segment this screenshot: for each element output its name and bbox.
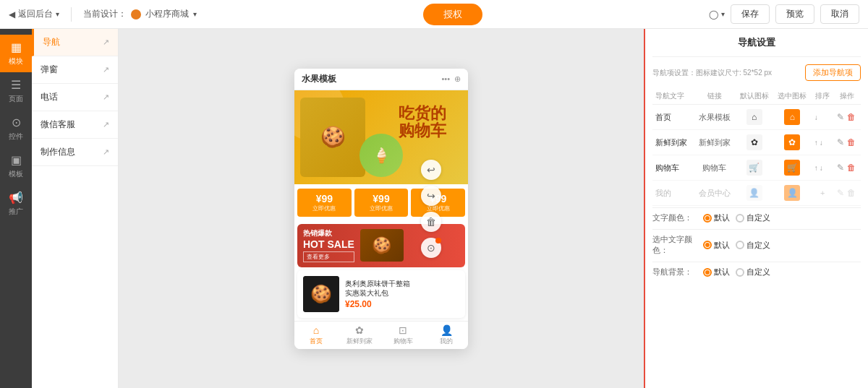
- save-button[interactable]: 保存: [731, 4, 770, 24]
- sidebar-item-pages[interactable]: ☰ 页面: [0, 72, 32, 110]
- badge-button[interactable]: ⊙: [421, 238, 441, 258]
- add-nav-button[interactable]: 添加导航项: [805, 64, 861, 81]
- icon-cell: ✿: [738, 134, 770, 150]
- delete-button[interactable]: 🗑: [847, 112, 856, 122]
- row3-selected-icon: 🛒: [773, 155, 812, 181]
- text-color-radio-group: 默认 自定义: [703, 212, 770, 223]
- component-item-nav[interactable]: 导航 ↗: [32, 29, 118, 56]
- selected-icon-box[interactable]: 🛒: [784, 160, 800, 176]
- templates-icon: ▣: [11, 153, 22, 167]
- sort-up[interactable]: ↑: [814, 164, 818, 172]
- right-panel: 导航设置 导航项设置：图标建议尺寸: 52*52 px 添加导航项 导航文字 链…: [644, 29, 868, 388]
- sidebar-item-modules[interactable]: ▦ 模块: [0, 35, 32, 72]
- sort-down[interactable]: ↓: [820, 164, 823, 172]
- selected-icon-box: 👤: [784, 185, 800, 201]
- controls-icon: ⊙: [12, 116, 21, 129]
- bg-color-default[interactable]: 默认: [703, 267, 730, 277]
- nav-mine[interactable]: 👤 我的: [425, 322, 468, 349]
- nav-fresh[interactable]: ✿ 新鲜到家: [338, 322, 381, 349]
- bg-color-row: 导航背景： 默认 自定义: [652, 262, 861, 282]
- icecream-emoji: 🍦: [373, 147, 391, 164]
- radio-dot-checked: [703, 268, 712, 277]
- edit-button[interactable]: ✎: [837, 137, 844, 147]
- delete-button[interactable]: 🗑: [847, 137, 856, 147]
- selected-color-custom[interactable]: 自定义: [736, 240, 770, 251]
- preview-button[interactable]: 预览: [775, 4, 814, 24]
- row2-link: 新鲜到家: [694, 130, 735, 155]
- icon-cell: ⌂: [776, 109, 809, 125]
- selected-icon-box[interactable]: ✿: [784, 134, 800, 150]
- row4-selected-icon: 👤: [773, 181, 812, 206]
- sort-up[interactable]: ↑: [814, 139, 818, 147]
- info-label: 制作信息: [41, 146, 75, 158]
- home-icon: ⌂: [313, 324, 319, 336]
- row2-text: 新鲜到家: [652, 130, 694, 155]
- coupon-1[interactable]: ¥99 立即优惠: [297, 189, 352, 217]
- nav-home[interactable]: ⌂ 首页: [294, 322, 338, 349]
- sale-label: HOT SALE: [303, 238, 354, 250]
- product-price: ¥25.00: [345, 299, 410, 309]
- default-icon-box[interactable]: ⌂: [746, 109, 762, 125]
- store-icon: [131, 9, 141, 20]
- nav-cart[interactable]: ⊡ 购物车: [381, 322, 425, 349]
- phone-title: 水果模板: [302, 73, 336, 85]
- help-button[interactable]: ◯ ▾: [709, 9, 725, 20]
- bg-color-custom[interactable]: 自定义: [736, 267, 770, 277]
- default-icon-box[interactable]: ✿: [746, 134, 762, 150]
- selected-color-default[interactable]: 默认: [703, 240, 730, 251]
- sidebar-item-promote[interactable]: 📢 推广: [0, 185, 32, 223]
- back-button[interactable]: ◀ 返回后台 ▾: [9, 8, 59, 20]
- coupons-row: ¥99 立即优惠 ¥99 立即优惠 ¥99 立即优惠: [294, 184, 468, 221]
- back-icon: ◀: [9, 9, 15, 20]
- undo-button[interactable]: ↩: [421, 160, 441, 180]
- help-icon: ◯: [709, 9, 718, 20]
- edit-button[interactable]: ✎: [837, 163, 844, 173]
- row2-default-icon: ✿: [735, 130, 773, 155]
- sort-btns: ↑ ↓: [814, 139, 831, 147]
- authorize-button[interactable]: 授权: [423, 4, 482, 25]
- text-color-default[interactable]: 默认: [703, 212, 730, 223]
- sidebar-item-controls[interactable]: ⊙ 控件: [0, 110, 32, 147]
- header-text: 导航文字: [652, 88, 694, 105]
- selected-color-row: 选中文字颜色： 默认 自定义: [652, 229, 861, 260]
- icon-cell: 🛒: [776, 160, 809, 176]
- trash-button[interactable]: 🗑: [421, 212, 441, 232]
- component-item-wechat[interactable]: 微信客服 ↗: [32, 111, 118, 139]
- component-item-info[interactable]: 制作信息 ↗: [32, 139, 118, 166]
- panel-title: 导航设置: [652, 36, 861, 57]
- product-card[interactable]: 🍪 奥利奥原味饼干整箱 实惠装大礼包 ¥25.00: [297, 270, 465, 318]
- nav-config-row: 导航项设置：图标建议尺寸: 52*52 px 添加导航项: [652, 64, 861, 81]
- delete-button[interactable]: 🗑: [847, 163, 856, 173]
- banner-text: 吃货的 购物车: [399, 105, 446, 139]
- redo-button[interactable]: ↪: [421, 186, 441, 206]
- sidebar-item-templates[interactable]: ▣ 模板: [0, 147, 32, 185]
- topbar-center: 授权: [208, 4, 697, 25]
- sale-tag: 热销爆款 HOT SALE 查看更多: [303, 228, 354, 262]
- templates-label: 模板: [9, 169, 23, 179]
- component-item-phone[interactable]: 电话 ↗: [32, 84, 118, 111]
- info-link-icon: ↗: [103, 147, 109, 157]
- sort-down[interactable]: ↓: [820, 139, 823, 147]
- coupon-desc-2: 立即优惠: [357, 204, 406, 212]
- cookie-emoji: 🍪: [320, 125, 346, 149]
- sort-down[interactable]: ↓: [814, 113, 818, 121]
- row3-sort: ↑ ↓: [812, 155, 834, 181]
- component-item-popup[interactable]: 弹窗 ↗: [32, 56, 118, 84]
- coupon-desc-1: 立即优惠: [300, 204, 349, 212]
- table-header-row: 导航文字 链接 默认图标 选中图标 排序 操作: [652, 88, 861, 105]
- table-row: 我的 会员中心 👤 👤 +: [652, 181, 861, 206]
- cancel-button[interactable]: 取消: [820, 4, 859, 24]
- default-icon-box[interactable]: 🛒: [746, 160, 762, 176]
- phone-link-icon: ↗: [103, 92, 109, 102]
- row4-text: 我的: [652, 181, 694, 206]
- edit-button[interactable]: ✎: [837, 112, 844, 122]
- nav-config-label: 导航项设置：图标建议尺寸: 52*52 px: [652, 68, 772, 78]
- text-color-custom[interactable]: 自定义: [736, 212, 770, 223]
- selected-icon-box[interactable]: ⌂: [784, 109, 800, 125]
- row4-link: 会员中心: [694, 181, 735, 206]
- coupon-2[interactable]: ¥99 立即优惠: [354, 189, 409, 217]
- selected-color-radio-group: 默认 自定义: [703, 240, 770, 251]
- header-link: 链接: [694, 88, 735, 105]
- header-default-icon: 默认图标: [735, 88, 773, 105]
- left-sidebar: ▦ 模块 ☰ 页面 ⊙ 控件 ▣ 模板 📢 推广: [0, 29, 32, 388]
